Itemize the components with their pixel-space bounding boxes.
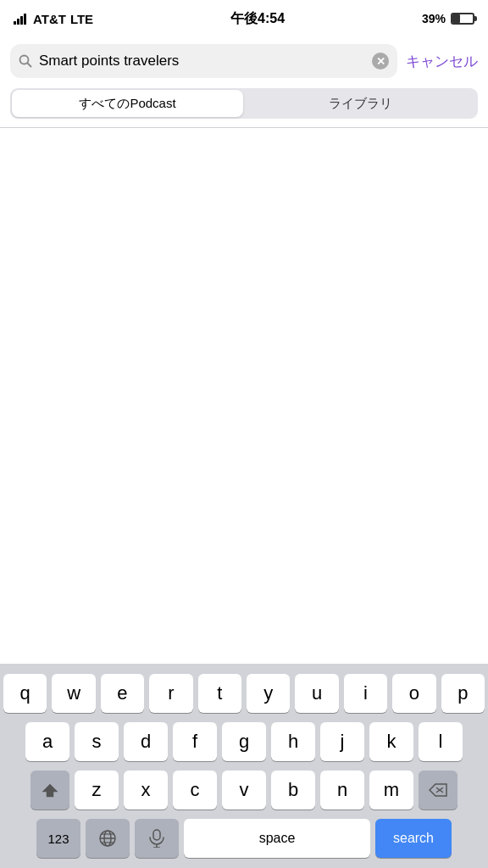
network-type: LTE: [70, 12, 93, 26]
svg-rect-2: [20, 16, 23, 25]
key-p[interactable]: p: [441, 674, 485, 713]
clear-button[interactable]: ✕: [372, 53, 389, 70]
key-e[interactable]: e: [101, 674, 144, 713]
key-y[interactable]: y: [247, 674, 290, 713]
shift-key[interactable]: [30, 771, 69, 810]
key-k[interactable]: k: [369, 722, 413, 761]
key-n[interactable]: n: [320, 771, 364, 810]
globe-key[interactable]: [86, 819, 130, 858]
battery-percentage: 39%: [422, 12, 446, 25]
key-j[interactable]: j: [320, 722, 364, 761]
key-c[interactable]: c: [173, 771, 217, 810]
svg-rect-1: [17, 19, 19, 25]
keyboard-row-1: q w e r t y u i o p: [3, 674, 485, 713]
svg-rect-3: [24, 14, 26, 25]
backspace-key[interactable]: [419, 771, 458, 810]
svg-rect-13: [153, 830, 160, 840]
key-g[interactable]: g: [222, 722, 266, 761]
battery-info: 39%: [422, 12, 474, 25]
key-a[interactable]: a: [25, 722, 69, 761]
key-t[interactable]: t: [198, 674, 241, 713]
keyboard-bottom-row: 123 space search: [3, 819, 485, 865]
key-d[interactable]: d: [124, 722, 168, 761]
key-h[interactable]: h: [271, 722, 315, 761]
carrier-name: AT&T: [33, 12, 66, 26]
clock: 午後4:54: [230, 10, 285, 28]
search-bar-container: Smart points travelers ✕ キャンセル: [0, 37, 488, 85]
svg-line-5: [28, 64, 31, 67]
status-bar: AT&T LTE 午後4:54 39%: [0, 0, 488, 37]
key-f[interactable]: f: [173, 722, 217, 761]
keyboard-row-2: a s d f g h j k l: [3, 722, 485, 761]
key-v[interactable]: v: [222, 771, 266, 810]
search-icon: [19, 54, 32, 68]
segment-control: すべてのPodcast ライブラリ: [10, 88, 478, 119]
key-b[interactable]: b: [271, 771, 315, 810]
space-key[interactable]: space: [184, 819, 370, 858]
key-r[interactable]: r: [149, 674, 192, 713]
segment-library[interactable]: ライブラリ: [245, 90, 476, 117]
key-u[interactable]: u: [295, 674, 338, 713]
keyboard: q w e r t y u i o p a s d f g h j k l z …: [0, 664, 488, 868]
key-s[interactable]: s: [75, 722, 119, 761]
cancel-button[interactable]: キャンセル: [406, 52, 478, 71]
key-o[interactable]: o: [392, 674, 435, 713]
svg-rect-0: [14, 21, 16, 25]
key-m[interactable]: m: [369, 771, 413, 810]
battery-icon: [451, 13, 474, 25]
num-key[interactable]: 123: [36, 819, 80, 858]
key-l[interactable]: l: [419, 722, 463, 761]
signal-icon: [14, 14, 29, 25]
search-key[interactable]: search: [375, 819, 452, 858]
key-q[interactable]: q: [3, 674, 47, 713]
mic-key[interactable]: [135, 819, 179, 858]
key-x[interactable]: x: [124, 771, 168, 810]
segment-all-podcasts[interactable]: すべてのPodcast: [12, 90, 243, 117]
search-input[interactable]: Smart points travelers: [39, 53, 365, 70]
key-i[interactable]: i: [344, 674, 387, 713]
key-z[interactable]: z: [75, 771, 119, 810]
search-input-wrapper[interactable]: Smart points travelers ✕: [10, 44, 397, 78]
carrier-info: AT&T LTE: [14, 12, 93, 26]
key-w[interactable]: w: [52, 674, 95, 713]
content-area: [0, 128, 488, 664]
keyboard-row-3: z x c v b n m: [3, 771, 485, 810]
